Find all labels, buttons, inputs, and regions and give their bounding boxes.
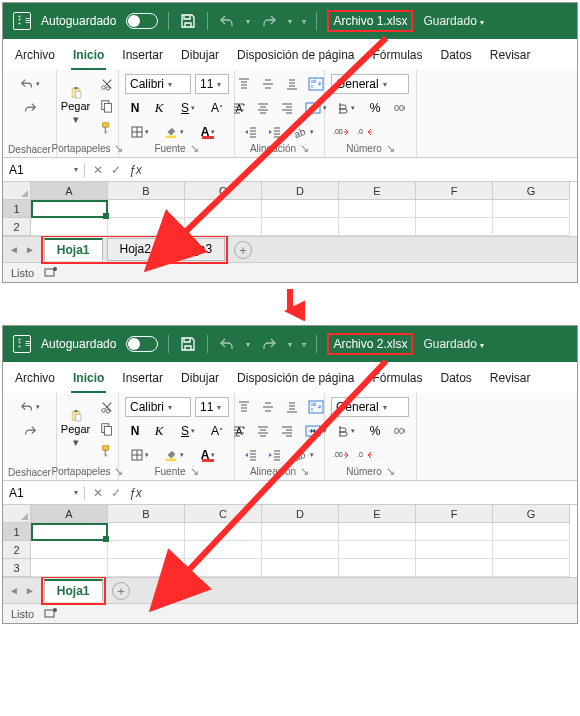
row-header[interactable]: 1 — [3, 200, 31, 218]
col-header[interactable]: C — [185, 505, 262, 523]
underline-button[interactable]: S — [173, 421, 203, 441]
qat-customize-icon[interactable]: ▿ — [302, 17, 306, 26]
enter-formula-icon[interactable]: ✓ — [111, 163, 121, 177]
sheet-tab[interactable]: Hoja2 — [107, 238, 164, 261]
autosave-toggle[interactable] — [126, 13, 158, 29]
align-bottom-button[interactable] — [282, 397, 302, 417]
fill-color-button[interactable] — [159, 122, 189, 142]
comma-style-button[interactable]: 000 — [389, 98, 409, 118]
record-macro-icon[interactable] — [44, 266, 58, 280]
tab-dibujar[interactable]: Dibujar — [179, 44, 221, 70]
tab-datos[interactable]: Datos — [439, 44, 474, 70]
cut-button[interactable] — [97, 397, 117, 417]
percent-button[interactable]: % — [365, 98, 385, 118]
wrap-text-button[interactable]: abc — [306, 397, 326, 417]
font-name-combo[interactable]: Calibri▾ — [125, 74, 191, 94]
col-header[interactable]: A — [31, 182, 108, 200]
align-bottom-button[interactable] — [282, 74, 302, 94]
accounting-format-button[interactable] — [331, 98, 361, 118]
decrease-indent-button[interactable] — [241, 445, 261, 465]
tab-insertar[interactable]: Insertar — [120, 44, 165, 70]
col-header[interactable]: C — [185, 182, 262, 200]
font-color-button[interactable]: A — [193, 122, 223, 142]
cancel-formula-icon[interactable]: ✕ — [93, 486, 103, 500]
tab-disposicion[interactable]: Disposición de página — [235, 44, 356, 70]
col-header[interactable]: B — [108, 505, 185, 523]
align-left-button[interactable] — [229, 421, 249, 441]
sheet-tab[interactable]: Hoja1 — [44, 238, 103, 261]
sheet-nav-prev-icon[interactable]: ◄ — [9, 244, 19, 255]
orientation-button[interactable]: ab — [289, 122, 319, 142]
align-right-button[interactable] — [277, 421, 297, 441]
percent-button[interactable]: % — [365, 421, 385, 441]
tab-dibujar[interactable]: Dibujar — [179, 367, 221, 393]
col-header[interactable]: E — [339, 505, 416, 523]
decrease-indent-button[interactable] — [241, 122, 261, 142]
sheet-tab[interactable]: Hoja3 — [168, 238, 225, 261]
col-header[interactable]: G — [493, 182, 570, 200]
font-size-combo[interactable]: 11▾ — [195, 397, 229, 417]
save-icon[interactable] — [179, 12, 197, 30]
undo-icon[interactable] — [218, 335, 236, 353]
bold-button[interactable]: N — [125, 98, 145, 118]
number-format-combo[interactable]: General▾ — [331, 74, 409, 94]
sheet-tab[interactable]: Hoja1 — [44, 579, 103, 602]
undo-button[interactable] — [15, 74, 45, 94]
borders-button[interactable] — [125, 445, 155, 465]
decrease-decimal-button[interactable]: .0 — [355, 122, 375, 142]
select-all-corner[interactable] — [3, 505, 31, 523]
orientation-button[interactable]: ab — [289, 445, 319, 465]
increase-indent-button[interactable] — [265, 445, 285, 465]
redo-dropdown-icon[interactable]: ▾ — [288, 17, 292, 26]
col-header[interactable]: A — [31, 505, 108, 523]
italic-button[interactable]: K — [149, 421, 169, 441]
increase-font-button[interactable]: A˄ — [207, 421, 227, 441]
copy-button[interactable] — [97, 96, 117, 116]
cancel-formula-icon[interactable]: ✕ — [93, 163, 103, 177]
format-painter-button[interactable] — [97, 118, 117, 138]
align-launcher-icon[interactable]: ↘ — [300, 465, 309, 478]
tab-datos[interactable]: Datos — [439, 367, 474, 393]
name-box[interactable]: A1▾ — [3, 486, 85, 500]
row-header[interactable]: 3 — [3, 559, 31, 577]
col-header[interactable]: F — [416, 505, 493, 523]
font-name-combo[interactable]: Calibri▾ — [125, 397, 191, 417]
fill-color-button[interactable] — [159, 445, 189, 465]
wrap-text-button[interactable]: abc — [306, 74, 326, 94]
undo-icon[interactable] — [218, 12, 236, 30]
col-header[interactable]: G — [493, 505, 570, 523]
col-header[interactable]: D — [262, 182, 339, 200]
tab-archivo[interactable]: Archivo — [13, 367, 57, 393]
cut-button[interactable] — [97, 74, 117, 94]
undo-dropdown-icon[interactable]: ▾ — [246, 340, 250, 349]
name-box[interactable]: A1▾ — [3, 163, 85, 177]
tab-formulas[interactable]: Fórmulas — [370, 367, 424, 393]
redo-button[interactable] — [20, 98, 40, 118]
align-middle-button[interactable] — [258, 397, 278, 417]
col-header[interactable]: E — [339, 182, 416, 200]
comma-style-button[interactable]: 000 — [389, 421, 409, 441]
add-sheet-button[interactable]: ＋ — [234, 241, 252, 259]
redo-dropdown-icon[interactable]: ▾ — [288, 340, 292, 349]
copy-button[interactable] — [97, 419, 117, 439]
paste-button[interactable]: Pegar▾ — [59, 409, 93, 449]
font-launcher-icon[interactable]: ↘ — [190, 142, 199, 155]
spreadsheet-grid[interactable]: A B C D E F G 1 2 — [3, 182, 577, 236]
col-header[interactable]: D — [262, 505, 339, 523]
align-middle-button[interactable] — [258, 74, 278, 94]
tab-archivo[interactable]: Archivo — [13, 44, 57, 70]
number-launcher-icon[interactable]: ↘ — [386, 142, 395, 155]
redo-icon[interactable] — [260, 335, 278, 353]
col-header[interactable]: B — [108, 182, 185, 200]
fx-icon[interactable]: ƒx — [129, 163, 142, 177]
accounting-format-button[interactable] — [331, 421, 361, 441]
increase-decimal-button[interactable]: .00 — [331, 122, 351, 142]
decrease-decimal-button[interactable]: .0 — [355, 445, 375, 465]
tab-revisar[interactable]: Revisar — [488, 367, 533, 393]
col-header[interactable]: F — [416, 182, 493, 200]
undo-dropdown-icon[interactable]: ▾ — [246, 17, 250, 26]
tab-formulas[interactable]: Fórmulas — [370, 44, 424, 70]
record-macro-icon[interactable] — [44, 607, 58, 621]
increase-indent-button[interactable] — [265, 122, 285, 142]
undo-button[interactable] — [15, 397, 45, 417]
